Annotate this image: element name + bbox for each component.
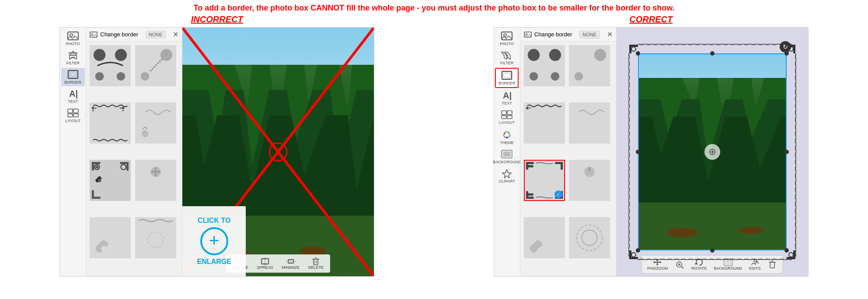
border-item-7[interactable] [90, 217, 131, 258]
canvas-correct: ↻ ⊕ [617, 28, 808, 276]
click-enlarge-top: CLICK TO [198, 217, 230, 225]
close-icon-c[interactable]: ✕ [607, 30, 613, 39]
resize-handle-br[interactable] [784, 248, 789, 253]
svg-point-25 [122, 110, 124, 112]
resize-handle-bm[interactable] [710, 248, 715, 253]
toolbar-layout-c[interactable]: LAYOUT [495, 108, 519, 127]
delete-btn-correct[interactable] [765, 260, 780, 269]
svg-rect-54 [502, 71, 512, 79]
svg-point-70 [549, 49, 561, 61]
delete-label: DELETE [308, 265, 324, 270]
click-to-enlarge[interactable]: CLICK TO + ENLARGE [182, 206, 246, 276]
toolbar-background-c-label: BACKGROUND [493, 160, 521, 164]
svg-point-17 [117, 72, 125, 81]
svg-point-73 [594, 49, 606, 61]
svg-rect-9 [73, 109, 78, 113]
toolbar-photo-c[interactable]: PHOTO [495, 29, 519, 48]
pan-zoom-label: PAN/ZOOM [647, 266, 668, 271]
border-item-6[interactable] [135, 160, 176, 201]
border-item-c7[interactable] [524, 217, 565, 258]
svg-rect-47 [314, 259, 318, 265]
border-item-c3[interactable] [524, 102, 565, 144]
border-item-5[interactable] [90, 160, 131, 201]
border-grid-incorrect [86, 42, 182, 276]
toolbar-border[interactable]: BORDER [61, 68, 85, 86]
close-icon[interactable]: ✕ [173, 30, 178, 39]
border-item-8[interactable] [135, 217, 176, 258]
toolbar-photo[interactable]: PHOTO [61, 29, 85, 48]
svg-rect-87 [639, 202, 786, 250]
photo-with-border[interactable]: ↻ ⊕ [638, 53, 787, 250]
border-panel-incorrect: Change border NONE ✕ [86, 28, 182, 276]
toolbar-filter-c[interactable]: FILTER [495, 49, 519, 67]
svg-point-72 [551, 72, 559, 81]
toolbar-layout-c-label: LAYOUT [499, 120, 515, 125]
rotate-btn-correct[interactable]: ROTATE [689, 257, 709, 271]
toolbar-filter[interactable]: FILTER [61, 49, 85, 67]
border-panel-header-c: Change border NONE ✕ [520, 28, 616, 42]
toolbar-text-c[interactable]: A| TEXT [495, 89, 519, 107]
resize-handle-ml[interactable] [636, 150, 640, 154]
svg-point-28 [121, 165, 126, 170]
border-item-1[interactable] [90, 45, 131, 86]
resize-handle-tm[interactable] [710, 51, 715, 56]
border-item-c1[interactable] [524, 45, 565, 86]
toolbar-filter-label: FILTER [66, 61, 80, 65]
spread-button[interactable]: SPREAD [254, 257, 276, 271]
svg-point-96 [754, 259, 756, 262]
svg-rect-52 [502, 32, 512, 40]
edits-btn-correct[interactable]: EDITS [746, 257, 763, 271]
resize-handle-mr[interactable] [784, 150, 789, 154]
minimize-button[interactable]: MINIMIZE [279, 257, 303, 271]
svg-point-29 [98, 179, 101, 182]
resize-handle-tl[interactable] [636, 51, 640, 56]
toolbar-theme-c[interactable]: THEME [495, 128, 519, 147]
svg-point-75 [526, 107, 529, 109]
svg-point-83 [789, 253, 793, 257]
bottom-toolbar-correct: PAN/ZOOM ROTATE BACKGROUND [641, 255, 783, 274]
selected-checkmark: ✓ [554, 190, 562, 198]
rotate-handle[interactable]: ↻ [780, 41, 791, 53]
border-item-2[interactable] [135, 45, 176, 86]
border-panel-title: Change border [100, 31, 138, 38]
toolbar-layout[interactable]: LAYOUT [61, 106, 85, 125]
border-item-c2[interactable] [569, 45, 610, 86]
svg-point-20 [92, 107, 94, 109]
svg-point-78 [577, 225, 603, 251]
svg-point-31 [101, 246, 107, 251]
correct-label: CORRECT [629, 14, 673, 25]
svg-rect-10 [68, 114, 73, 117]
border-item-3[interactable] [90, 102, 131, 144]
border-item-c5-selected[interactable]: ✓ [524, 160, 565, 201]
photo-icon-small [90, 32, 98, 38]
toolbar-border-c[interactable]: BORDER [495, 68, 519, 88]
border-item-c8[interactable] [569, 217, 610, 258]
svg-rect-0 [68, 32, 78, 40]
delete-button-incorrect[interactable]: DELETE [306, 257, 326, 271]
toolbar-clipart-c[interactable]: CLIPART [495, 167, 519, 185]
click-enlarge-bottom: ENLARGE [197, 258, 231, 266]
svg-rect-59 [502, 116, 506, 119]
border-item-4[interactable] [135, 102, 176, 144]
zoom-in-button[interactable] [672, 260, 687, 269]
border-item-c4[interactable] [569, 102, 610, 144]
border-item-c6[interactable] [569, 160, 610, 201]
resize-handle-bl[interactable] [636, 248, 640, 253]
background-label-c: BACKGROUND [714, 266, 742, 271]
svg-rect-55 [504, 73, 510, 77]
toolbar-text[interactable]: A| TEXT [61, 87, 85, 106]
svg-line-91 [681, 267, 683, 268]
svg-point-62 [504, 133, 505, 134]
correct-editor: PHOTO FILTER BORDER A| TEXT LAYOUT [494, 27, 809, 277]
toolbar-background-c[interactable]: BACKGROUND [495, 148, 519, 166]
pan-zoom-button[interactable]: PAN/ZOOM [645, 257, 670, 271]
svg-point-19 [141, 72, 150, 81]
edits-label-c: EDITS [749, 266, 761, 271]
background-btn-correct[interactable]: BACKGROUND [711, 257, 745, 271]
toolbar-photo-c-label: PHOTO [500, 42, 514, 46]
svg-point-74 [575, 72, 583, 81]
correct-panel: CORRECT PHOTO FILTER BORDER A| [439, 14, 864, 277]
toolbar-filter-c-label: FILTER [500, 61, 513, 65]
none-button[interactable]: NONE [146, 31, 166, 39]
none-button-c[interactable]: NONE [579, 31, 600, 39]
